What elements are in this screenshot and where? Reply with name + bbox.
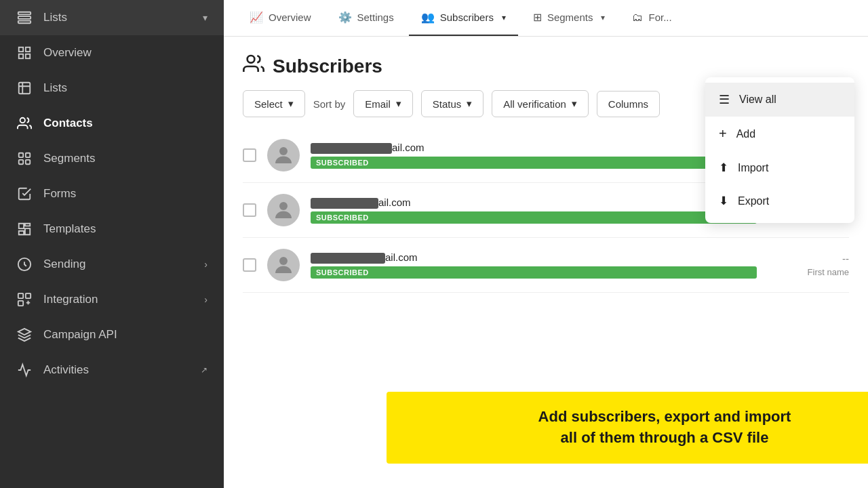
email-domain: ail.com xyxy=(385,251,418,263)
sidebar-item-templates-label: Templates xyxy=(43,222,96,236)
tab-subscribers[interactable]: 👥 Subscribers ▾ xyxy=(409,0,518,36)
tooltip-line2: all of them through a CSV file xyxy=(561,429,769,446)
tab-overview-label: Overview xyxy=(269,12,311,23)
email-sort-button[interactable]: Email ▾ xyxy=(353,90,413,117)
svg-point-15 xyxy=(248,56,255,63)
download-icon: ⬇ xyxy=(719,194,728,208)
chevron-down-icon4: ▾ xyxy=(288,98,294,110)
sidebar-item-sending[interactable]: Sending › xyxy=(0,247,224,282)
dropdown-export[interactable]: ⬇ Export xyxy=(705,184,854,218)
svg-rect-8 xyxy=(19,153,23,157)
chevron-down-icon7: ▾ xyxy=(572,98,577,110)
tab-forms[interactable]: 🗂 For... xyxy=(620,1,684,36)
sidebar-item-sending-label: Sending xyxy=(43,258,85,271)
sidebar-item-campaign-api[interactable]: Campaign API xyxy=(0,317,224,352)
table-row: ail.com SUBSCRIBED -- First name xyxy=(243,238,849,293)
external-icon: ↗ xyxy=(201,365,208,375)
email-domain: ail.com xyxy=(392,142,425,153)
lists2-icon xyxy=(16,80,33,96)
sidebar-item-overview[interactable]: Overview xyxy=(0,35,224,70)
chevron-right-icon: › xyxy=(204,259,208,270)
sidebar-item-lists[interactable]: Lists ▾ xyxy=(0,0,224,35)
dropdown-export-label: Export xyxy=(738,195,769,207)
avatar xyxy=(267,139,300,171)
sidebar-item-integration[interactable]: Integration › xyxy=(0,282,224,317)
subscribers-dropdown: ☰ View all + Add ⬆ Import ⬇ Export xyxy=(705,77,854,223)
sidebar-item-lists-label: Lists xyxy=(43,11,67,24)
svg-point-7 xyxy=(20,118,25,123)
tab-overview[interactable]: 📈 Overview xyxy=(237,0,323,36)
subscriber-info: ail.com SUBSCRIBED xyxy=(311,142,757,169)
chevron-down-icon3: ▾ xyxy=(601,13,605,22)
status-filter-label: Status xyxy=(433,98,462,110)
subscriber-email: ail.com xyxy=(311,142,757,154)
select-button[interactable]: Select ▾ xyxy=(243,90,305,117)
svg-rect-12 xyxy=(18,293,23,298)
svg-rect-9 xyxy=(26,153,30,157)
dropdown-add-label: Add xyxy=(736,128,755,140)
forms-tab-icon: 🗂 xyxy=(632,12,643,24)
field-label: First name xyxy=(808,267,849,277)
tab-settings[interactable]: ⚙️ Settings xyxy=(326,0,406,36)
chevron-down-icon6: ▾ xyxy=(467,98,472,110)
select-label: Select xyxy=(254,98,283,110)
avatar xyxy=(267,194,300,226)
plus-icon: + xyxy=(719,126,727,142)
tab-segments-label: Segments xyxy=(547,12,593,23)
status-badge: SUBSCRIBED xyxy=(311,211,757,224)
columns-button[interactable]: Columns xyxy=(597,91,660,117)
email-blur xyxy=(311,253,385,264)
sidebar-item-segments[interactable]: Segments xyxy=(0,141,224,176)
status-badge: SUBSCRIBED xyxy=(311,157,757,169)
people-icon: 👥 xyxy=(421,11,435,24)
tooltip-text: Add subscribers, export and import all o… xyxy=(411,407,868,449)
gear-icon: ⚙️ xyxy=(338,11,352,24)
tab-forms-label: For... xyxy=(648,12,671,23)
subscriber-info: ail.com SUBSCRIBED xyxy=(311,197,757,224)
page-title: Subscribers xyxy=(243,53,382,79)
tab-segments[interactable]: ⊞ Segments ▾ xyxy=(521,0,618,36)
email-blur xyxy=(311,198,378,209)
svg-rect-13 xyxy=(26,293,31,298)
sidebar-item-contacts-label: Contacts xyxy=(43,117,93,130)
svg-rect-3 xyxy=(19,47,23,52)
contacts-icon xyxy=(16,115,33,131)
svg-rect-10 xyxy=(19,160,23,164)
sidebar-item-forms[interactable]: Forms xyxy=(0,176,224,211)
svg-rect-11 xyxy=(26,160,30,164)
page-title-text: Subscribers xyxy=(273,56,382,77)
sidebar-item-lists2[interactable]: Lists xyxy=(0,70,224,106)
forms-icon xyxy=(16,186,33,202)
tab-subscribers-label: Subscribers xyxy=(440,12,494,23)
avatar xyxy=(267,249,300,281)
templates-icon xyxy=(16,221,33,237)
sidebar-item-activities[interactable]: Activities ↗ xyxy=(0,352,224,388)
sidebar-item-contacts[interactable]: Contacts xyxy=(0,106,224,141)
columns-label: Columns xyxy=(608,98,648,110)
row-checkbox-3[interactable] xyxy=(243,258,256,272)
svg-rect-1 xyxy=(18,16,31,19)
row-checkbox-2[interactable] xyxy=(243,203,256,217)
integration-icon xyxy=(16,291,33,308)
svg-point-17 xyxy=(279,202,288,210)
svg-rect-2 xyxy=(18,21,31,24)
sidebar-item-integration-label: Integration xyxy=(43,293,98,306)
svg-point-18 xyxy=(279,257,288,265)
sidebar-item-templates[interactable]: Templates xyxy=(0,211,224,247)
dropdown-view-all[interactable]: ☰ View all xyxy=(705,83,854,117)
campaign-api-icon xyxy=(16,327,33,343)
dropdown-import[interactable]: ⬆ Import xyxy=(705,151,854,184)
svg-point-16 xyxy=(279,147,288,155)
status-filter-button[interactable]: Status ▾ xyxy=(421,90,484,117)
svg-rect-5 xyxy=(19,54,23,58)
top-navigation: 📈 Overview ⚙️ Settings 👥 Subscribers ▾ ⊞… xyxy=(224,0,868,37)
sidebar-item-forms-label: Forms xyxy=(43,187,76,201)
dropdown-add[interactable]: + Add xyxy=(705,117,854,151)
subscriber-email: ail.com xyxy=(311,251,757,264)
sidebar-item-activities-label: Activities xyxy=(43,363,89,377)
row-checkbox-1[interactable] xyxy=(243,148,256,162)
sidebar-item-overview-label: Overview xyxy=(43,46,92,60)
verification-button[interactable]: All verification ▾ xyxy=(492,90,589,117)
overview-icon xyxy=(16,45,33,61)
email-blur xyxy=(311,143,392,154)
